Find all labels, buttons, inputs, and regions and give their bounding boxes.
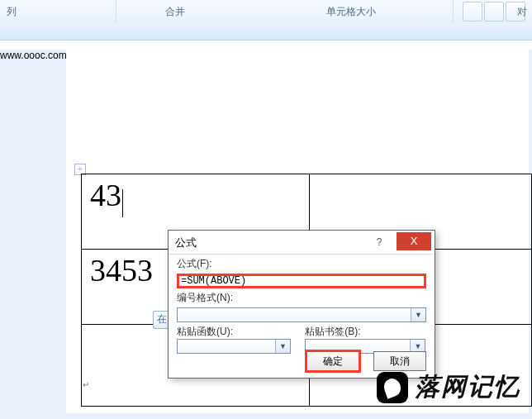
- ribbon-button[interactable]: [484, 2, 504, 21]
- help-button[interactable]: ?: [367, 234, 392, 250]
- paste-function-combo[interactable]: ▼: [177, 339, 291, 354]
- ribbon-separator: [116, 0, 116, 23]
- dialog-body: 公式(F): 编号格式(N): ▼ 粘贴函数(U): ▼ 粘贴书签: [177, 257, 426, 371]
- dialog-title: 公式: [175, 236, 197, 250]
- close-button[interactable]: X: [397, 232, 431, 250]
- number-format-combo[interactable]: ▼: [177, 307, 426, 322]
- ribbon-label-align: 对: [517, 5, 527, 19]
- ribbon-label-col: 列: [7, 5, 17, 19]
- paragraph-mark: ↵: [83, 380, 89, 387]
- cancel-button[interactable]: 取消: [373, 351, 426, 371]
- chevron-down-icon[interactable]: ▼: [275, 340, 290, 353]
- brand-name: 落网记忆: [415, 370, 520, 404]
- dialog-titlebar[interactable]: 公式 ? X: [169, 231, 435, 255]
- formula-input[interactable]: [177, 274, 426, 288]
- paste-bookmark-label: 粘贴书签(B):: [305, 326, 360, 337]
- brand-logo-icon: [377, 372, 408, 403]
- watermark-brand: 落网记忆: [377, 370, 520, 404]
- ribbon-group-merge: 合并: [165, 5, 185, 19]
- ribbon-separator: [453, 0, 454, 23]
- dialog-buttons: 确定 取消: [295, 351, 426, 371]
- chevron-down-icon[interactable]: ▼: [411, 308, 425, 321]
- formula-label: 公式(F):: [177, 258, 212, 269]
- ribbon: 列 合并 单元格大小 对: [0, 0, 532, 24]
- ribbon-group-cellsize: 单元格大小: [326, 5, 376, 19]
- cell-value: 3453: [90, 253, 153, 288]
- ribbon-lower: [0, 23, 532, 40]
- ok-button[interactable]: 确定: [306, 351, 359, 371]
- number-format-label: 编号格式(N):: [177, 292, 233, 303]
- formula-dialog: 公式 ? X 公式(F): 编号格式(N): ▼ 粘贴函数(U): ▼: [168, 230, 435, 379]
- text-caret: [122, 189, 123, 217]
- document-area: + 43 3453 ↵ 在 公式 ? X 公式(F): 编号格式(N):: [0, 50, 532, 419]
- ribbon-button[interactable]: [463, 2, 482, 21]
- cell-value: 43: [90, 178, 121, 212]
- paste-function-label: 粘贴函数(U):: [177, 326, 233, 337]
